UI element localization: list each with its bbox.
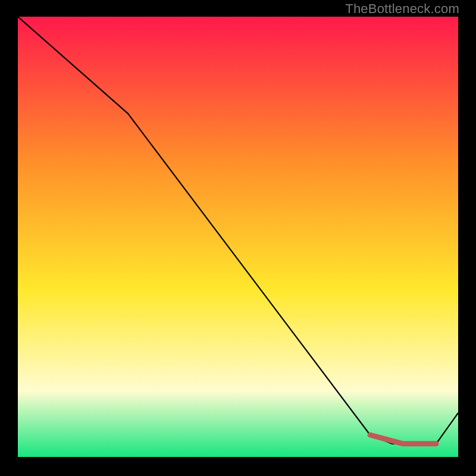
chart-container: TheBottleneck.com — [0, 0, 476, 476]
watermark-text: TheBottleneck.com — [345, 1, 459, 17]
chart-svg — [18, 17, 458, 457]
plot-area — [18, 17, 458, 457]
gradient-background — [18, 17, 458, 457]
